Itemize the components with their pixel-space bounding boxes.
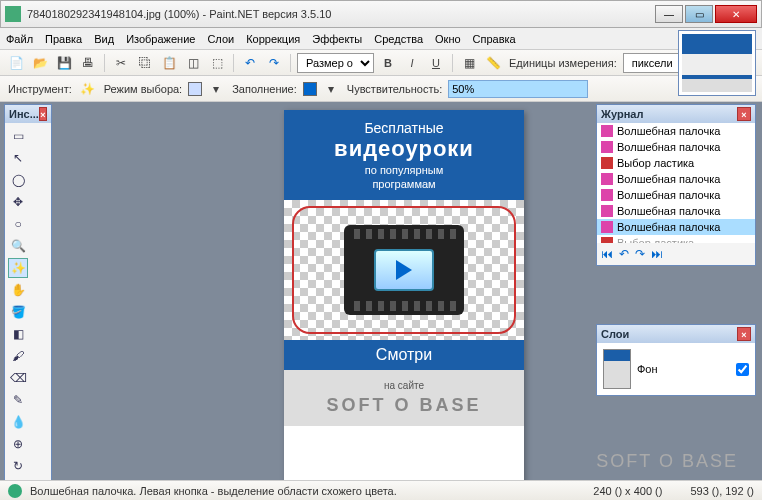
- title-text: 7840180292341948104.jpg (100%) - Paint.N…: [27, 8, 655, 20]
- banner-line1: Бесплатные: [290, 120, 518, 136]
- status-text: Волшебная палочка. Левая кнопка - выделе…: [30, 485, 397, 497]
- tool-rect-select[interactable]: ▭: [8, 126, 28, 146]
- grid-icon[interactable]: ▦: [459, 53, 479, 73]
- redo-icon[interactable]: ↷: [264, 53, 284, 73]
- new-icon[interactable]: 📄: [6, 53, 26, 73]
- tool-move[interactable]: ↖: [8, 148, 28, 168]
- history-item[interactable]: Волшебная палочка: [597, 123, 755, 139]
- menu-help[interactable]: Справка: [473, 33, 516, 45]
- history-item[interactable]: Волшебная палочка: [597, 171, 755, 187]
- wand-icon: [601, 189, 613, 201]
- tool-picker[interactable]: 💧: [8, 412, 28, 432]
- layer-visible-checkbox[interactable]: [736, 363, 749, 376]
- underline-icon[interactable]: U: [426, 53, 446, 73]
- copy-icon[interactable]: ⿻: [135, 53, 155, 73]
- mode-swatch[interactable]: [188, 82, 202, 96]
- history-item[interactable]: Волшебная палочка: [597, 139, 755, 155]
- menu-effects[interactable]: Эффекты: [312, 33, 362, 45]
- banner-foot-line1: на сайте: [288, 380, 520, 391]
- eraser-icon: [601, 157, 613, 169]
- maximize-button[interactable]: ▭: [685, 5, 713, 23]
- titlebar: 7840180292341948104.jpg (100%) - Paint.N…: [0, 0, 762, 28]
- play-icon: [374, 249, 434, 291]
- tool-gradient[interactable]: ◧: [8, 324, 28, 344]
- status-coords: 593 (), 192 (): [690, 485, 754, 497]
- film-icon: [344, 225, 464, 315]
- size-select[interactable]: Размер о: [297, 53, 374, 73]
- tool-eraser[interactable]: ⌫: [8, 368, 28, 388]
- tool-brush[interactable]: 🖌: [8, 346, 28, 366]
- menu-edit[interactable]: Правка: [45, 33, 82, 45]
- tool-pan[interactable]: ✋: [8, 280, 28, 300]
- fill-dropdown-icon[interactable]: ▾: [321, 79, 341, 99]
- layer-thumb: [603, 349, 631, 389]
- ruler-icon[interactable]: 📏: [483, 53, 503, 73]
- history-redo-icon[interactable]: ↷: [635, 247, 645, 261]
- doc-thumbnail[interactable]: [678, 30, 756, 96]
- tool-fill[interactable]: 🪣: [8, 302, 28, 322]
- menu-view[interactable]: Вид: [94, 33, 114, 45]
- tool-recolor[interactable]: ↻: [8, 456, 28, 476]
- open-icon[interactable]: 📂: [30, 53, 50, 73]
- bold-icon[interactable]: B: [378, 53, 398, 73]
- tools-close-icon[interactable]: ×: [39, 107, 47, 121]
- wand-icon: [601, 141, 613, 153]
- tool-move-selection[interactable]: ✥: [8, 192, 28, 212]
- tool-zoom[interactable]: 🔍: [8, 236, 28, 256]
- tools-panel-title[interactable]: Инс... ×: [5, 105, 51, 123]
- history-item[interactable]: Волшебная палочка: [597, 203, 755, 219]
- toolbar-main: 📄 📂 💾 🖶 ✂ ⿻ 📋 ◫ ⬚ ↶ ↷ Размер о B I U ▦ 📏…: [0, 50, 762, 76]
- menu-layers[interactable]: Слои: [207, 33, 234, 45]
- app-icon: [5, 6, 21, 22]
- wand-icon[interactable]: ✨: [78, 79, 98, 99]
- history-item-label: Выбор ластика: [617, 157, 694, 169]
- fill-swatch[interactable]: [303, 82, 317, 96]
- history-undo-icon[interactable]: ↶: [619, 247, 629, 261]
- history-item-label: Волшебная палочка: [617, 205, 720, 217]
- deselect-icon[interactable]: ⬚: [207, 53, 227, 73]
- wand-icon: [601, 221, 613, 233]
- mode-dropdown-icon[interactable]: ▾: [206, 79, 226, 99]
- units-label: Единицы измерения:: [509, 57, 617, 69]
- layers-close-icon[interactable]: ×: [737, 327, 751, 341]
- print-icon[interactable]: 🖶: [78, 53, 98, 73]
- history-item[interactable]: Выбор ластика: [597, 235, 755, 243]
- canvas[interactable]: Бесплатные видеоуроки по популярным прог…: [284, 110, 524, 490]
- sensitivity-input[interactable]: [448, 80, 588, 98]
- crop-icon[interactable]: ◫: [183, 53, 203, 73]
- history-first-icon[interactable]: ⏮: [601, 247, 613, 261]
- tools-title-text: Инс...: [9, 108, 39, 120]
- tool-clone[interactable]: ⊕: [8, 434, 28, 454]
- layers-panel-title[interactable]: Слои ×: [597, 325, 755, 343]
- menu-file[interactable]: Файл: [6, 33, 33, 45]
- history-close-icon[interactable]: ×: [737, 107, 751, 121]
- banner-line3b: программам: [290, 178, 518, 190]
- history-item[interactable]: Волшебная палочка: [597, 219, 755, 235]
- layer-row[interactable]: Фон: [597, 343, 755, 395]
- tool-pencil[interactable]: ✎: [8, 390, 28, 410]
- cut-icon[interactable]: ✂: [111, 53, 131, 73]
- italic-icon[interactable]: I: [402, 53, 422, 73]
- close-button[interactable]: ✕: [715, 5, 757, 23]
- statusbar: Волшебная палочка. Левая кнопка - выделе…: [0, 480, 762, 500]
- history-panel-title[interactable]: Журнал ×: [597, 105, 755, 123]
- status-info-icon: [8, 484, 22, 498]
- menu-image[interactable]: Изображение: [126, 33, 195, 45]
- save-icon[interactable]: 💾: [54, 53, 74, 73]
- history-item-label: Волшебная палочка: [617, 221, 720, 233]
- fill-label: Заполнение:: [232, 83, 297, 95]
- layer-name: Фон: [637, 363, 658, 375]
- undo-icon[interactable]: ↶: [240, 53, 260, 73]
- menu-tools[interactable]: Средства: [374, 33, 423, 45]
- banner-foot-logo: SOFT O BASE: [288, 395, 520, 416]
- history-last-icon[interactable]: ⏭: [651, 247, 663, 261]
- tool-ellipse-select[interactable]: ○: [8, 214, 28, 234]
- history-item[interactable]: Волшебная палочка: [597, 187, 755, 203]
- tool-wand[interactable]: ✨: [8, 258, 28, 278]
- history-item[interactable]: Выбор ластика: [597, 155, 755, 171]
- menu-window[interactable]: Окно: [435, 33, 461, 45]
- tool-lasso[interactable]: ◯: [8, 170, 28, 190]
- paste-icon[interactable]: 📋: [159, 53, 179, 73]
- menu-adjust[interactable]: Коррекция: [246, 33, 300, 45]
- minimize-button[interactable]: —: [655, 5, 683, 23]
